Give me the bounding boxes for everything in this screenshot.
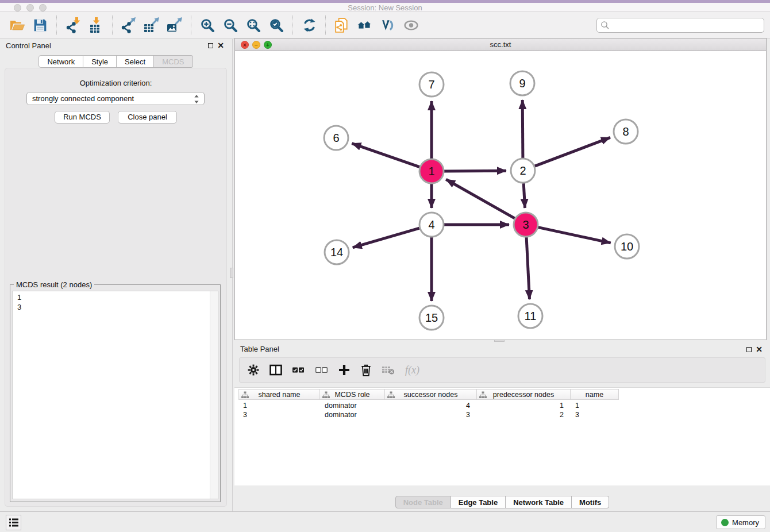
mcds-result-list[interactable]: 13 bbox=[12, 291, 218, 499]
zoom-out-icon[interactable] bbox=[221, 15, 240, 36]
deselect-all-icon[interactable] bbox=[315, 367, 328, 373]
table-cell: 3 bbox=[238, 410, 320, 419]
column-header-name[interactable]: name bbox=[571, 389, 619, 400]
toolbar-separator bbox=[112, 16, 113, 35]
column-header-shared-name[interactable]: shared name bbox=[238, 389, 320, 400]
search-input[interactable] bbox=[610, 19, 764, 32]
table-cell: 3 bbox=[385, 410, 477, 419]
search-box bbox=[596, 18, 764, 33]
clone-network-icon[interactable] bbox=[332, 15, 352, 36]
tab-style[interactable]: Style bbox=[83, 55, 117, 68]
chevron-up-down-icon bbox=[194, 95, 199, 107]
table-panel: Table Panel ✕ f(x) shared nameMCDS roles… bbox=[234, 342, 770, 511]
tab-mcds[interactable]: MCDS bbox=[154, 55, 192, 68]
column-header-predecessor-nodes[interactable]: predecessor nodes bbox=[477, 389, 571, 400]
toolbar-separator bbox=[191, 16, 191, 35]
toggle-views-icon[interactable] bbox=[378, 15, 398, 36]
refresh-layout-icon[interactable] bbox=[299, 15, 319, 36]
control-panel-title: Control Panel bbox=[6, 41, 51, 50]
scrollbar-track[interactable] bbox=[210, 291, 218, 499]
delete-column-icon[interactable] bbox=[360, 364, 372, 376]
close-panel-icon[interactable]: ✕ bbox=[217, 40, 224, 51]
search-icon bbox=[600, 21, 610, 30]
graph-edge-2-9[interactable] bbox=[522, 100, 523, 158]
control-panel-tabs: NetworkStyleSelectMCDS bbox=[0, 55, 232, 68]
titlebar: Session: New Session bbox=[0, 0, 770, 12]
table-cell: 3 bbox=[571, 410, 619, 419]
graph-node-label: 4 bbox=[428, 218, 434, 231]
graph-edge-3-10[interactable] bbox=[538, 228, 611, 243]
table-cell: 4 bbox=[385, 401, 477, 410]
delete-table-icon bbox=[382, 365, 395, 375]
tab-node-table[interactable]: Node Table bbox=[395, 496, 451, 508]
tab-motifs[interactable]: Motifs bbox=[572, 496, 609, 508]
toolbar-separator bbox=[56, 16, 57, 35]
close-panel-icon[interactable]: ✕ bbox=[756, 344, 763, 354]
import-table-icon[interactable] bbox=[86, 15, 106, 36]
application-window: Session: New Session Control Panel ✕ bbox=[0, 0, 770, 532]
table-cell: dominator bbox=[320, 410, 385, 419]
float-panel-icon[interactable] bbox=[208, 43, 213, 48]
table-settings-gear-icon[interactable] bbox=[248, 364, 259, 376]
graph-node-label: 15 bbox=[425, 311, 438, 324]
graph-node-label: 2 bbox=[519, 164, 526, 177]
table-row[interactable]: 3dominator323 bbox=[238, 410, 770, 419]
mcds-result-node: 3 bbox=[17, 303, 213, 313]
graph-edge-1-2[interactable] bbox=[444, 171, 506, 171]
table-cell: 2 bbox=[477, 410, 571, 419]
table-cell: dominator bbox=[320, 401, 385, 410]
select-all-icon[interactable] bbox=[292, 367, 305, 373]
tab-edge-table[interactable]: Edge Table bbox=[451, 496, 506, 508]
export-image-icon[interactable] bbox=[165, 15, 184, 36]
graph-edge-2-3[interactable] bbox=[523, 183, 525, 208]
task-history-button[interactable] bbox=[6, 515, 21, 530]
optimization-criterion-dropdown[interactable]: strongly connected component bbox=[26, 92, 205, 105]
status-bar: Memory bbox=[0, 511, 770, 532]
graph-edge-4-14[interactable] bbox=[353, 228, 419, 248]
hide-view-icon bbox=[401, 15, 421, 36]
toolbar-separator bbox=[325, 16, 326, 35]
show-columns-icon[interactable] bbox=[270, 364, 282, 376]
graph-edge-1-6[interactable] bbox=[352, 144, 419, 167]
import-network-icon[interactable] bbox=[63, 15, 83, 36]
close-panel-button[interactable]: Close panel bbox=[118, 111, 177, 124]
dropdown-value: strongly connected component bbox=[32, 94, 134, 103]
column-header-successor-nodes[interactable]: successor nodes bbox=[385, 389, 477, 400]
network-window-title: scc.txt bbox=[235, 40, 766, 49]
tab-network[interactable]: Network bbox=[38, 55, 83, 68]
zoom-fit-icon[interactable] bbox=[244, 15, 263, 36]
optimization-criterion-label: Optimization criterion: bbox=[5, 79, 226, 87]
export-network-icon[interactable] bbox=[119, 15, 138, 36]
graph-edge-3-11[interactable] bbox=[526, 237, 529, 299]
network-window-titlebar: × − + scc.txt bbox=[235, 38, 766, 51]
graph-edge-2-8[interactable] bbox=[535, 137, 610, 166]
mcds-panel: Optimization criterion: strongly connect… bbox=[5, 68, 227, 507]
export-table-icon[interactable] bbox=[142, 15, 161, 36]
memory-button[interactable]: Memory bbox=[716, 515, 765, 529]
column-header-MCDS-role[interactable]: MCDS role bbox=[320, 389, 385, 400]
memory-status-icon bbox=[721, 519, 729, 526]
control-panel: Control Panel ✕ NetworkStyleSelectMCDS O… bbox=[0, 39, 232, 511]
save-session-icon[interactable] bbox=[30, 15, 50, 36]
show-all-views-icon[interactable] bbox=[355, 15, 375, 36]
zoom-selected-icon[interactable] bbox=[267, 15, 286, 36]
tab-select[interactable]: Select bbox=[117, 55, 154, 68]
zoom-in-icon[interactable] bbox=[198, 15, 217, 36]
graph-edge-3-1[interactable] bbox=[446, 179, 515, 218]
list-icon bbox=[9, 518, 19, 527]
network-graph-canvas[interactable]: 7968124314101511 bbox=[235, 51, 766, 340]
splitter-grip[interactable] bbox=[230, 268, 233, 278]
table-cell: 1 bbox=[238, 401, 320, 410]
graph-node-label: 1 bbox=[428, 165, 434, 178]
graph-node-label: 6 bbox=[333, 132, 339, 144]
table-row[interactable]: 1dominator411 bbox=[238, 401, 770, 410]
graph-node-label: 3 bbox=[522, 218, 529, 231]
float-panel-icon[interactable] bbox=[746, 347, 752, 352]
open-session-icon[interactable] bbox=[7, 15, 27, 36]
tab-network-table[interactable]: Network Table bbox=[506, 496, 572, 508]
add-column-icon[interactable] bbox=[338, 364, 350, 376]
node-table: shared nameMCDS rolesuccessor nodesprede… bbox=[234, 387, 770, 485]
run-mcds-button[interactable]: Run MCDS bbox=[55, 111, 110, 124]
memory-label: Memory bbox=[732, 518, 759, 527]
table-panel-tabs: Node TableEdge TableNetwork TableMotifs bbox=[234, 496, 770, 508]
